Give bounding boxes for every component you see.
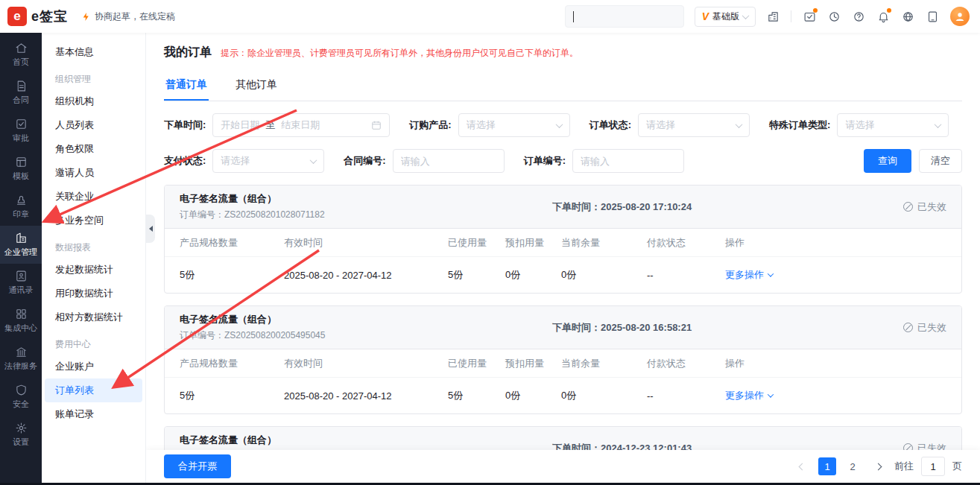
chevron-left-icon: [798, 463, 806, 470]
sidebar-item-approval[interactable]: 审批: [0, 112, 42, 150]
more-actions-link[interactable]: 更多操作: [725, 389, 946, 402]
search-button[interactable]: 查询: [864, 149, 911, 173]
tab-normal-orders[interactable]: 普通订单: [164, 72, 209, 101]
rail-label: 审批: [13, 133, 29, 144]
filter-order-time: 下单时间: 开始日期 至 结束日期: [164, 113, 390, 137]
sidebar-item-contract[interactable]: 合同: [0, 74, 42, 112]
col-header: 预扣用量: [505, 236, 561, 250]
plan-badge-dropdown[interactable]: V 基础版: [695, 7, 756, 27]
submenu-item-basic-info[interactable]: 基本信息: [45, 40, 142, 64]
device-report-icon[interactable]: [926, 10, 939, 23]
sidebar-item-seal[interactable]: 印章: [0, 188, 42, 226]
submenu-item-invite[interactable]: 邀请人员: [45, 161, 142, 185]
order-card-head-left: 电子签名流量（组合） 订单编号：ZS202508200205495045: [180, 313, 552, 342]
bolt-icon: [81, 12, 91, 22]
col-header: 当前余量: [561, 357, 647, 370]
cell-prehold: 0份: [505, 268, 561, 282]
expired-icon: [903, 323, 913, 332]
order-title: 电子签名流量（组合）: [180, 192, 552, 206]
cell-prehold: 0份: [505, 389, 561, 402]
sidebar-item-home[interactable]: 首页: [0, 36, 42, 74]
submenu-item-enterprise-account[interactable]: 企业账户: [45, 355, 142, 378]
footer-bar: 合并开票 1 2 前往 页: [146, 450, 980, 483]
goto-page-input[interactable]: [921, 457, 945, 476]
seal-icon: [15, 194, 28, 206]
esign-logo-icon[interactable]: e: [7, 7, 27, 26]
page-number-2[interactable]: 2: [844, 457, 862, 475]
chevron-down-icon: [768, 270, 774, 276]
cell-spec-qty: 5份: [180, 389, 284, 402]
plan-v-icon: V: [702, 10, 709, 22]
history-icon[interactable]: [827, 10, 841, 23]
col-header: 预扣用量: [505, 357, 561, 370]
chevron-down-icon: [736, 121, 743, 128]
page-number-1[interactable]: 1: [818, 457, 836, 475]
col-header: 付款状态: [647, 357, 725, 370]
col-header: 有效时间: [284, 357, 448, 370]
mail-check-icon[interactable]: [803, 10, 816, 23]
bell-icon[interactable]: [876, 10, 890, 23]
chevron-down-icon: [555, 121, 563, 128]
submenu-item-member-list[interactable]: 人员列表: [45, 113, 142, 137]
filter-order-status: 订单状态: 请选择: [589, 113, 750, 137]
submenu-item-counterparty-stats[interactable]: 相对方数据统计: [45, 305, 142, 329]
submenu-item-seal-stats[interactable]: 用印数据统计: [45, 282, 142, 305]
page-unit-label: 页: [952, 460, 962, 473]
submenu-item-org-structure[interactable]: 组织机构: [45, 89, 142, 113]
contacts-icon: [15, 270, 28, 282]
filter-label: 订单编号:: [524, 154, 566, 168]
filter-order-no: 订单编号:: [524, 149, 684, 173]
status-text: 已失效: [917, 200, 946, 214]
filter-contract-no: 合同编号:: [344, 149, 504, 173]
rail-label: 印章: [13, 209, 29, 220]
product-select[interactable]: 请选择: [458, 113, 570, 137]
date-range-picker[interactable]: 开始日期 至 结束日期: [212, 113, 390, 137]
sidebar-collapse-handle[interactable]: [146, 215, 155, 243]
rail-label: 设置: [13, 437, 29, 448]
page-title: 我的订单: [164, 45, 212, 60]
next-page-button[interactable]: [869, 457, 887, 475]
sidebar-item-legal[interactable]: 法律服务: [0, 340, 42, 378]
tab-other-orders[interactable]: 其他订单: [234, 72, 279, 101]
submenu-item-related-enterprise[interactable]: 关联企业: [45, 185, 142, 209]
submenu-item-billing-records[interactable]: 账单记录: [45, 402, 142, 426]
more-actions-link[interactable]: 更多操作: [725, 268, 946, 282]
submenu-item-multi-space[interactable]: 多业务空间: [45, 209, 142, 232]
page-head: 我的订单 提示：除企业管理员、计费管理员可见所有订单外，其他身份用户仅可见自己下…: [164, 33, 962, 60]
sidebar-item-contacts[interactable]: 通讯录: [0, 264, 42, 302]
submenu-section-org: 组织管理: [42, 69, 145, 89]
order-number: 订单编号：ZS202508201028071182: [180, 209, 552, 221]
globe-icon[interactable]: [901, 10, 914, 23]
special-type-select[interactable]: 请选择: [837, 113, 949, 137]
sidebar-item-security[interactable]: 安全: [0, 378, 42, 416]
header-search-input[interactable]: [565, 5, 684, 28]
submenu-item-role-permission[interactable]: 角色权限: [45, 137, 142, 161]
cell-remain: 0份: [561, 268, 647, 282]
sidebar-item-integration[interactable]: 集成中心: [0, 302, 42, 340]
col-header: 有效时间: [284, 236, 448, 250]
sidebar-item-enterprise[interactable]: 企业管理: [0, 226, 42, 264]
org-structure-icon[interactable]: [766, 10, 780, 23]
divider: [791, 10, 791, 22]
clear-button[interactable]: 清空: [919, 149, 962, 173]
order-card-header: 电子签名流量（组合） 订单编号：ZS202508201028071182 下单时…: [165, 186, 961, 229]
submenu-item-initiate-stats[interactable]: 发起数据统计: [45, 258, 142, 282]
prev-page-button[interactable]: [793, 457, 811, 475]
filter-row-1: 下单时间: 开始日期 至 结束日期 订购产品: 请选择 订单状态:: [164, 113, 962, 137]
contract-no-input[interactable]: [393, 149, 505, 173]
pay-status-select[interactable]: 请选择: [212, 149, 324, 173]
order-status-select[interactable]: 请选择: [638, 113, 750, 137]
shield-icon: [15, 384, 28, 396]
primary-sidebar: 首页 合同 审批 模板 印章 企业管理 通讯录 集成中心: [0, 33, 42, 483]
submenu-item-order-list[interactable]: 订单列表: [45, 378, 142, 402]
filter-label: 下单时间:: [164, 118, 206, 132]
order-no-input[interactable]: [572, 149, 684, 173]
help-icon[interactable]: [852, 10, 865, 23]
sidebar-item-settings[interactable]: 设置: [0, 416, 42, 454]
home-icon: [15, 42, 28, 54]
sidebar-item-template[interactable]: 模板: [0, 150, 42, 188]
more-actions-label: 更多操作: [725, 268, 764, 282]
user-avatar[interactable]: [950, 7, 970, 26]
cell-used: 5份: [448, 389, 505, 402]
merge-invoice-button[interactable]: 合并开票: [164, 454, 231, 478]
